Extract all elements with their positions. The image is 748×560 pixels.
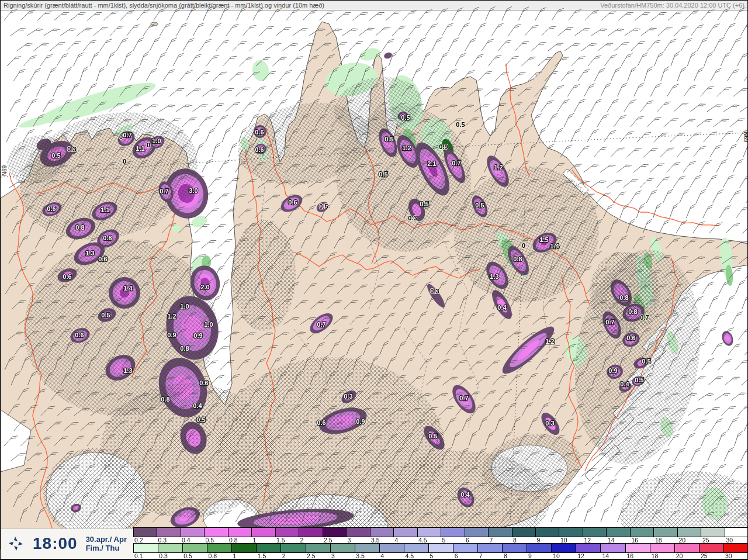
legend-seg <box>183 544 207 552</box>
precip-value-label: 0.8 <box>75 224 84 231</box>
legend-seg <box>429 544 453 552</box>
legend-seg <box>380 544 404 552</box>
valid-date-line2: Fim./ Thu <box>86 544 127 552</box>
legend-tick-label: 3 <box>330 553 355 559</box>
legend-tick-label: 12 <box>576 553 601 559</box>
legend-seg <box>276 528 299 537</box>
legend-tick-label: 10 <box>552 553 576 559</box>
legend-seg <box>724 544 748 552</box>
legend-tick-label: 0.3 <box>158 553 182 559</box>
precip-value-label: 0.3 <box>408 215 417 222</box>
precip-value-label: 1.2 <box>545 338 554 345</box>
legend-seg <box>205 528 228 537</box>
precip-value-label: 0.5 <box>196 416 205 423</box>
met-office-logo <box>7 535 25 552</box>
legend-seg <box>489 528 512 537</box>
legend-tick-label: 0.3 <box>157 537 181 543</box>
precip-value-label: 0.5 <box>401 114 410 121</box>
legend-tick-label: 14 <box>607 537 631 543</box>
legend-seg <box>650 544 675 552</box>
legend-tick-label: 9 <box>527 553 552 559</box>
legend-tick-label: 1.5 <box>257 553 281 559</box>
legend-seg <box>323 528 347 537</box>
precip-value-label: 1.2 <box>167 313 176 320</box>
rain-scale-labels: 0.20.30.40.50.811.522.533.544.5567891012… <box>133 537 748 543</box>
legend-seg <box>418 528 441 537</box>
precip-value-label: 0.3 <box>67 146 76 153</box>
legend-tick-label: 3.5 <box>355 553 379 559</box>
valid-time: 18:00 <box>33 534 78 553</box>
legend-seg <box>158 544 183 552</box>
legend-seg <box>699 544 724 552</box>
legend-seg <box>576 544 601 552</box>
legend-tick-label: 0.5 <box>205 537 228 543</box>
legend-seg <box>701 528 725 537</box>
precip-value-label: 0.3 <box>344 393 352 400</box>
precip-value-label: 1.3 <box>490 273 498 280</box>
legend-seg <box>559 528 583 537</box>
legend-tick-label: 30 <box>724 553 748 559</box>
legend-tick-label: 1 <box>252 537 276 543</box>
weather-map-app: Rigning/skúrir (grænt/blátt/rautt - mm/1… <box>0 0 748 560</box>
legend-tick-label: 0.4 <box>181 537 205 543</box>
legend-seg <box>306 544 331 552</box>
precip-value-label: 1.0 <box>152 137 161 144</box>
legend-tick-label: 20 <box>675 553 699 559</box>
precip-value-label: 0.6 <box>288 199 297 206</box>
precip-value-label: 0 <box>147 141 150 148</box>
legend-tick-label: 25 <box>701 537 725 543</box>
precip-value-label: 0.9 <box>608 367 617 374</box>
precip-value-label: 0.4 <box>620 381 629 388</box>
legend-seg <box>725 528 748 537</box>
precip-value-label: 1.3 <box>123 367 132 374</box>
legend-seg <box>134 544 158 552</box>
legend-seg <box>257 544 281 552</box>
legend-tick-label: 9 <box>536 537 560 543</box>
legend-seg <box>232 544 257 552</box>
legend-seg <box>601 544 625 552</box>
legend-tick-label: 7 <box>478 553 503 559</box>
legend-seg <box>583 528 607 537</box>
legend-seg <box>465 528 489 537</box>
precip-value-label: 0.8 <box>619 294 628 301</box>
legend-seg <box>394 528 417 537</box>
legend-seg <box>299 528 323 537</box>
timestamp-box: 18:00 30.apr./ Apr Fim./ Thu <box>1 528 133 558</box>
precip-value-label: 0.4 <box>460 491 470 498</box>
legend-tick-label: 8 <box>503 553 527 559</box>
valid-date-line1: 30.apr./ Apr <box>86 535 127 544</box>
precip-value-label: 0.8 <box>628 308 637 315</box>
precip-value-label: 1.2 <box>494 164 503 171</box>
legend-seg <box>355 544 380 552</box>
legend-seg <box>478 544 503 552</box>
legend-tick-label: 3 <box>347 537 370 543</box>
precip-value-label: 0.5 <box>420 201 428 208</box>
sleet-scale-labels: 0.10.30.50.811.522.533.544.5567891012141… <box>133 553 748 559</box>
precip-value-label: 0.9 <box>193 332 202 339</box>
precip-value-label: 0.7 <box>459 395 468 402</box>
legend-seg <box>678 528 701 537</box>
precip-value-label: 1.4 <box>550 243 559 250</box>
legend-seg <box>281 544 306 552</box>
legend-seg <box>631 528 654 537</box>
legend-seg <box>404 544 429 552</box>
legend-tick-label: 5 <box>429 553 453 559</box>
legend-tick-label: 8 <box>512 537 536 543</box>
legend-tick-label: 20 <box>678 537 702 543</box>
legend-seg <box>331 544 355 552</box>
precip-value-label: 0.8 <box>513 255 522 262</box>
rain-scale-bar <box>133 527 748 537</box>
legend-seg <box>675 544 699 552</box>
precip-value-label: 0.3 <box>545 420 554 427</box>
precip-value-label: 0.5 <box>51 152 60 159</box>
precip-value-label: 0.6 <box>317 419 325 426</box>
legend-seg <box>654 528 677 537</box>
precip-value-label: 0.7 <box>160 188 168 195</box>
precip-value-label: 1.0 <box>204 321 213 328</box>
legend-seg <box>527 544 552 552</box>
precip-value-label: 3.0 <box>189 187 198 194</box>
precip-value-label: 0.9 <box>167 331 176 338</box>
precip-value-label: 0.5 <box>379 171 387 178</box>
precip-value-label: 0.5 <box>475 202 484 209</box>
precip-value-label: 1.2 <box>402 144 411 151</box>
